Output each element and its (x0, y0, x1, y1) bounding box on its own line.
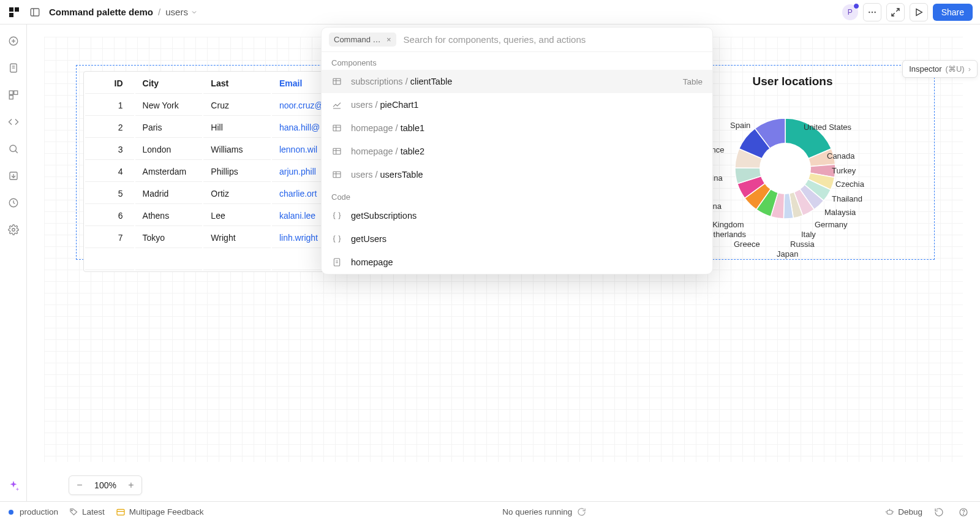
svg-point-7 (874, 11, 875, 12)
header-city[interactable]: City (135, 73, 203, 94)
breadcrumb: Command palette demo / users (49, 7, 198, 17)
breadcrumb-app[interactable]: Command palette demo (49, 7, 153, 17)
svg-rect-3 (31, 9, 39, 16)
components-icon[interactable] (6, 87, 21, 103)
palette-item[interactable]: getSubscriptions (322, 204, 712, 227)
palette-item[interactable]: homepage / table1 (322, 116, 712, 140)
svg-marker-10 (916, 9, 922, 15)
cell-last: Cruz (203, 95, 271, 116)
expand-button[interactable] (886, 3, 905, 21)
cell-last: Hill (203, 117, 271, 138)
chart-labels: United StatesCanadaTurkeyCzechiaThailand… (692, 113, 894, 260)
cell-id: 2 (85, 117, 134, 138)
palette-item-label: subscriptions / clientTable (351, 77, 452, 86)
svg-rect-26 (333, 78, 341, 84)
chart-label: Spain (730, 121, 750, 130)
palette-header: Command p… × (322, 28, 712, 52)
history-status-icon[interactable] (931, 504, 947, 520)
app-logo[interactable] (7, 6, 21, 19)
cell-id: 1 (85, 95, 134, 116)
svg-rect-39 (334, 259, 339, 266)
panels-icon[interactable] (27, 4, 43, 20)
table-icon (331, 123, 342, 133)
svg-rect-43 (117, 509, 124, 515)
more-menu-button[interactable] (863, 3, 881, 21)
svg-point-24 (12, 229, 15, 232)
help-icon[interactable] (956, 504, 971, 520)
svg-rect-2 (9, 13, 13, 17)
svg-rect-0 (9, 7, 13, 12)
palette-item-label: users / usersTable (351, 170, 423, 180)
status-debug[interactable]: Debug (885, 507, 922, 516)
status-dot-icon (9, 510, 13, 515)
status-feedback[interactable]: Multipage Feedback (116, 507, 204, 517)
settings-icon[interactable] (6, 222, 21, 238)
cell-city: Athens (135, 205, 203, 226)
palette-section-components: Components (322, 52, 712, 70)
share-button[interactable]: Share (933, 4, 973, 21)
palette-item[interactable]: users / pieChart1 (322, 93, 712, 116)
palette-item-label: getUsers (351, 234, 386, 244)
palette-item[interactable]: homepage (322, 251, 712, 274)
palette-item[interactable]: homepage / table2 (322, 140, 712, 163)
svg-point-20 (10, 145, 17, 152)
chip-close-icon[interactable]: × (386, 35, 391, 44)
cell-city (135, 249, 203, 270)
ai-assist-icon[interactable] (5, 478, 22, 495)
palette-scope-chip[interactable]: Command p… × (329, 32, 396, 47)
palette-item[interactable]: getUsers (322, 227, 712, 251)
cell-last: Wright (203, 227, 271, 248)
cell-id (85, 249, 134, 270)
svg-rect-17 (9, 91, 13, 94)
svg-rect-30 (333, 125, 341, 130)
statusbar: production Latest Multipage Feedback No … (0, 501, 980, 522)
cell-city: Paris (135, 117, 203, 138)
chart-title: User locations (713, 75, 872, 88)
chart-label: Turkey (832, 166, 856, 175)
svg-line-9 (892, 13, 895, 16)
palette-item-label: homepage (351, 257, 393, 267)
zoom-in-button[interactable]: + (121, 475, 141, 495)
table-icon (331, 77, 342, 86)
left-sidebar (0, 25, 27, 501)
chart-label: Malaysia (824, 208, 856, 217)
chart-label: Japan (777, 249, 798, 259)
palette-item-type: Table (683, 77, 703, 86)
svg-rect-45 (887, 510, 892, 514)
pages-icon[interactable] (6, 60, 21, 76)
inspector-label[interactable]: Inspector (⌘U) › (902, 60, 978, 78)
status-tag[interactable]: Latest (69, 507, 105, 516)
palette-item-label: users / pieChart1 (351, 100, 418, 110)
canvas[interactable]: Inspector (⌘U) › ID City Last Email 1 Ne… (27, 25, 980, 501)
play-preview-button[interactable] (910, 3, 928, 21)
svg-rect-18 (13, 91, 17, 94)
palette-item[interactable]: subscriptions / clientTable Table (322, 70, 712, 93)
cell-city: Madrid (135, 183, 203, 204)
zoom-out-button[interactable]: − (69, 475, 90, 495)
topbar: Command palette demo / users P Share (0, 0, 980, 25)
status-environment[interactable]: production (9, 507, 58, 516)
search-icon[interactable] (6, 141, 21, 157)
header-id[interactable]: ID (85, 73, 134, 94)
palette-item[interactable]: users / usersTable (322, 163, 712, 186)
command-palette: Command p… × Components subscriptions / … (321, 27, 713, 274)
insert-icon[interactable] (6, 168, 21, 184)
palette-search-input[interactable] (404, 34, 705, 45)
add-icon[interactable] (6, 33, 21, 49)
palette-item-label: homepage / table1 (351, 123, 424, 133)
chart-label: Italy (801, 230, 816, 239)
chart-label: Russia (790, 240, 815, 249)
history-icon[interactable] (6, 195, 21, 211)
breadcrumb-page[interactable]: users (165, 7, 198, 17)
braces-icon (331, 211, 342, 221)
cell-id: 6 (85, 205, 134, 226)
cell-city: New York (135, 95, 203, 116)
code-icon[interactable] (6, 114, 21, 130)
svg-point-42 (71, 510, 72, 511)
chart-label: United States (804, 123, 851, 132)
header-last[interactable]: Last (203, 73, 271, 94)
cell-id: 4 (85, 161, 134, 182)
avatar[interactable]: P (842, 4, 858, 20)
page-icon (331, 257, 342, 267)
svg-point-5 (869, 11, 870, 12)
